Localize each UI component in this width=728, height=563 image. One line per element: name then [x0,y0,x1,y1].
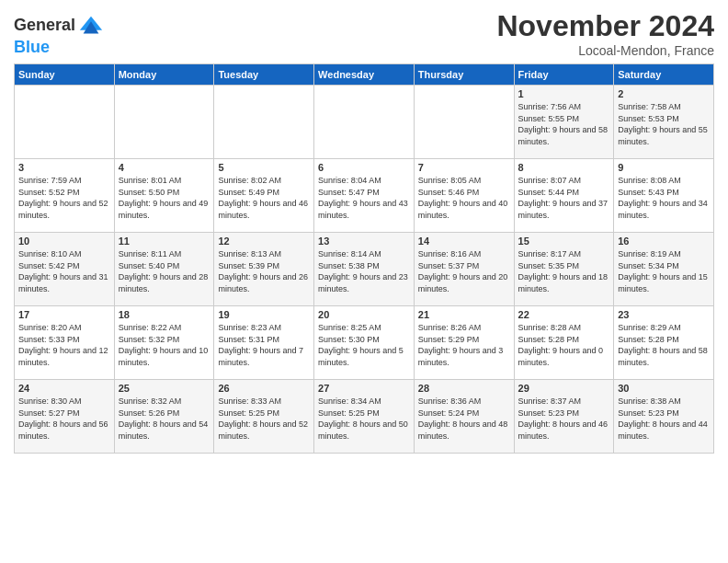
day-header-monday: Monday [114,64,214,86]
day-info: Sunrise: 8:30 AM Sunset: 5:27 PM Dayligh… [18,396,110,442]
day-number: 26 [218,383,310,394]
main-container: General Blue November 2024 Locoal-Mendon… [0,0,728,458]
cell-week1-day5: 1Sunrise: 7:56 AM Sunset: 5:55 PM Daylig… [514,86,614,159]
week-row-1: 1Sunrise: 7:56 AM Sunset: 5:55 PM Daylig… [15,86,714,159]
day-info: Sunrise: 8:17 AM Sunset: 5:35 PM Dayligh… [518,248,610,294]
day-header-thursday: Thursday [414,64,514,86]
day-header-tuesday: Tuesday [214,64,314,86]
cell-week1-day1 [114,86,214,159]
cell-week1-day6: 2Sunrise: 7:58 AM Sunset: 5:53 PM Daylig… [614,86,714,159]
week-row-5: 24Sunrise: 8:30 AM Sunset: 5:27 PM Dayli… [15,380,714,454]
cell-week5-day4: 28Sunrise: 8:36 AM Sunset: 5:24 PM Dayli… [414,380,514,454]
day-number: 29 [518,383,610,394]
day-number: 12 [218,236,310,247]
cell-week1-day3 [314,86,415,159]
cell-week3-day6: 16Sunrise: 8:19 AM Sunset: 5:34 PM Dayli… [614,233,714,306]
cell-week2-day5: 8Sunrise: 8:07 AM Sunset: 5:44 PM Daylig… [514,159,614,233]
week-row-2: 3Sunrise: 7:59 AM Sunset: 5:52 PM Daylig… [15,159,714,233]
cell-week2-day2: 5Sunrise: 8:02 AM Sunset: 5:49 PM Daylig… [214,159,314,233]
day-info: Sunrise: 8:34 AM Sunset: 5:25 PM Dayligh… [318,396,410,442]
cell-week4-day3: 20Sunrise: 8:25 AM Sunset: 5:30 PM Dayli… [314,306,415,380]
cell-week4-day6: 23Sunrise: 8:29 AM Sunset: 5:28 PM Dayli… [614,306,714,380]
day-number: 3 [18,162,110,173]
calendar-table: SundayMondayTuesdayWednesdayThursdayFrid… [14,63,714,454]
cell-week2-day3: 6Sunrise: 8:04 AM Sunset: 5:47 PM Daylig… [314,159,415,233]
day-info: Sunrise: 8:16 AM Sunset: 5:37 PM Dayligh… [418,248,510,294]
day-info: Sunrise: 7:58 AM Sunset: 5:53 PM Dayligh… [618,101,710,147]
cell-week5-day5: 29Sunrise: 8:37 AM Sunset: 5:23 PM Dayli… [514,380,614,454]
day-info: Sunrise: 8:36 AM Sunset: 5:24 PM Dayligh… [418,396,510,442]
day-number: 21 [418,309,510,320]
day-info: Sunrise: 8:19 AM Sunset: 5:34 PM Dayligh… [618,248,710,294]
day-number: 25 [119,383,210,394]
cell-week3-day1: 11Sunrise: 8:11 AM Sunset: 5:40 PM Dayli… [114,233,214,306]
cell-week3-day5: 15Sunrise: 8:17 AM Sunset: 5:35 PM Dayli… [514,233,614,306]
day-info: Sunrise: 8:22 AM Sunset: 5:32 PM Dayligh… [119,322,210,368]
day-number: 9 [618,162,710,173]
week-row-3: 10Sunrise: 8:10 AM Sunset: 5:42 PM Dayli… [15,233,714,306]
day-number: 5 [218,162,310,173]
title-block: November 2024 Locoal-Mendon, France [496,9,714,58]
day-number: 23 [618,309,710,320]
day-number: 4 [119,162,210,173]
month-title: November 2024 [496,9,714,43]
day-number: 17 [18,309,110,320]
day-info: Sunrise: 8:13 AM Sunset: 5:39 PM Dayligh… [218,248,310,294]
day-info: Sunrise: 8:32 AM Sunset: 5:26 PM Dayligh… [119,396,210,442]
day-info: Sunrise: 8:33 AM Sunset: 5:25 PM Dayligh… [218,396,310,442]
logo-icon [78,13,104,39]
cell-week2-day4: 7Sunrise: 8:05 AM Sunset: 5:46 PM Daylig… [414,159,514,233]
day-info: Sunrise: 8:20 AM Sunset: 5:33 PM Dayligh… [18,322,110,368]
day-number: 10 [18,236,110,247]
day-number: 18 [119,309,210,320]
day-number: 2 [618,88,710,99]
cell-week2-day0: 3Sunrise: 7:59 AM Sunset: 5:52 PM Daylig… [15,159,115,233]
day-info: Sunrise: 8:23 AM Sunset: 5:31 PM Dayligh… [218,322,310,368]
day-header-saturday: Saturday [614,64,714,86]
day-number: 6 [318,162,410,173]
day-info: Sunrise: 8:25 AM Sunset: 5:30 PM Dayligh… [318,322,410,368]
day-info: Sunrise: 8:26 AM Sunset: 5:29 PM Dayligh… [418,322,510,368]
day-number: 19 [218,309,310,320]
day-info: Sunrise: 8:10 AM Sunset: 5:42 PM Dayligh… [18,248,110,294]
cell-week3-day4: 14Sunrise: 8:16 AM Sunset: 5:37 PM Dayli… [414,233,514,306]
cell-week4-day0: 17Sunrise: 8:20 AM Sunset: 5:33 PM Dayli… [15,306,115,380]
cell-week3-day0: 10Sunrise: 8:10 AM Sunset: 5:42 PM Dayli… [15,233,115,306]
header-row: SundayMondayTuesdayWednesdayThursdayFrid… [15,64,714,86]
cell-week5-day2: 26Sunrise: 8:33 AM Sunset: 5:25 PM Dayli… [214,380,314,454]
day-info: Sunrise: 8:08 AM Sunset: 5:43 PM Dayligh… [618,175,710,221]
day-number: 1 [518,88,610,99]
week-row-4: 17Sunrise: 8:20 AM Sunset: 5:33 PM Dayli… [15,306,714,380]
day-info: Sunrise: 8:14 AM Sunset: 5:38 PM Dayligh… [318,248,410,294]
cell-week5-day3: 27Sunrise: 8:34 AM Sunset: 5:25 PM Dayli… [314,380,415,454]
day-info: Sunrise: 8:07 AM Sunset: 5:44 PM Dayligh… [518,175,610,221]
day-info: Sunrise: 7:59 AM Sunset: 5:52 PM Dayligh… [18,175,110,221]
day-number: 15 [518,236,610,247]
cell-week1-day0 [15,86,115,159]
cell-week4-day2: 19Sunrise: 8:23 AM Sunset: 5:31 PM Dayli… [214,306,314,380]
day-info: Sunrise: 7:56 AM Sunset: 5:55 PM Dayligh… [518,101,610,147]
cell-week3-day2: 12Sunrise: 8:13 AM Sunset: 5:39 PM Dayli… [214,233,314,306]
cell-week1-day2 [214,86,314,159]
day-number: 20 [318,309,410,320]
day-info: Sunrise: 8:04 AM Sunset: 5:47 PM Dayligh… [318,175,410,221]
day-number: 28 [418,383,510,394]
cell-week5-day6: 30Sunrise: 8:38 AM Sunset: 5:23 PM Dayli… [614,380,714,454]
day-number: 22 [518,309,610,320]
day-number: 7 [418,162,510,173]
day-info: Sunrise: 8:37 AM Sunset: 5:23 PM Dayligh… [518,396,610,442]
day-number: 13 [318,236,410,247]
location: Locoal-Mendon, France [496,43,714,58]
day-info: Sunrise: 8:05 AM Sunset: 5:46 PM Dayligh… [418,175,510,221]
day-info: Sunrise: 8:38 AM Sunset: 5:23 PM Dayligh… [618,396,710,442]
day-header-wednesday: Wednesday [314,64,415,86]
day-info: Sunrise: 8:29 AM Sunset: 5:28 PM Dayligh… [618,322,710,368]
header: General Blue November 2024 Locoal-Mendon… [14,9,714,58]
cell-week5-day0: 24Sunrise: 8:30 AM Sunset: 5:27 PM Dayli… [15,380,115,454]
cell-week4-day4: 21Sunrise: 8:26 AM Sunset: 5:29 PM Dayli… [414,306,514,380]
cell-week1-day4 [414,86,514,159]
day-number: 14 [418,236,510,247]
cell-week4-day1: 18Sunrise: 8:22 AM Sunset: 5:32 PM Dayli… [114,306,214,380]
cell-week2-day6: 9Sunrise: 8:08 AM Sunset: 5:43 PM Daylig… [614,159,714,233]
day-number: 16 [618,236,710,247]
